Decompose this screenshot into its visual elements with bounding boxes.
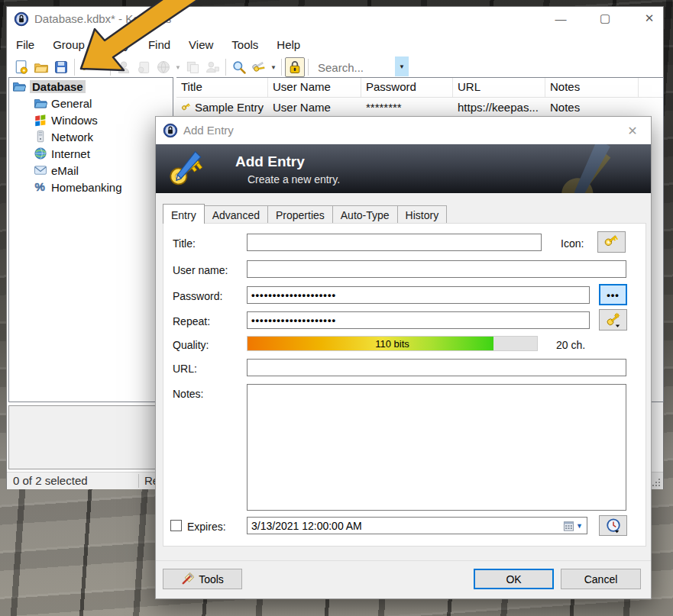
- toolbar-separator: [308, 59, 309, 76]
- group-tree-panel: Database General Windows Network Interne…: [8, 77, 173, 402]
- add-entry-dialog: Add Entry ✕ Add Entry Create a new entry…: [155, 116, 652, 599]
- open-url-button[interactable]: [154, 57, 173, 77]
- tree-item-label: Homebanking: [51, 181, 122, 194]
- open-url-dropdown[interactable]: ▼: [173, 64, 183, 71]
- cancel-button[interactable]: Cancel: [561, 569, 641, 589]
- url-input[interactable]: [247, 359, 626, 376]
- close-button[interactable]: ✕: [632, 7, 667, 30]
- maximize-button[interactable]: ▢: [587, 7, 623, 30]
- percent-icon: %: [34, 180, 47, 194]
- add-group-button[interactable]: [202, 57, 222, 77]
- tools-button[interactable]: Tools: [163, 569, 242, 589]
- column-header-title[interactable]: Title: [176, 78, 268, 97]
- expires-date-value: 3/13/2021 12:00:00 AM: [251, 520, 362, 532]
- menu-tools[interactable]: Tools: [222, 36, 267, 56]
- calendar-dropdown-icon: ▼: [576, 522, 583, 530]
- toolbar-separator: [110, 59, 111, 76]
- show-password-toggle[interactable]: •••: [599, 284, 627, 305]
- edit-entry-button[interactable]: [114, 57, 134, 77]
- tree-item-label: eMail: [51, 164, 79, 177]
- repeat-input[interactable]: [247, 311, 590, 329]
- tree-item-label: General: [51, 97, 92, 110]
- svg-text:%: %: [35, 180, 45, 193]
- menu-find[interactable]: Find: [139, 36, 180, 56]
- tree-item-internet[interactable]: Internet: [9, 145, 173, 162]
- tree-item-label: Network: [51, 131, 93, 144]
- email-envelope-icon: [34, 163, 47, 177]
- entry-preview-panel: [8, 405, 173, 469]
- menu-file[interactable]: File: [7, 36, 44, 56]
- expires-presets-button[interactable]: [599, 515, 627, 536]
- menu-help[interactable]: Help: [267, 36, 309, 56]
- menu-group[interactable]: Group: [44, 36, 94, 56]
- tree-item-general[interactable]: General: [9, 95, 173, 111]
- toolbar-separator: [74, 59, 75, 76]
- resize-grip[interactable]: [652, 478, 661, 487]
- maximize-icon: ▢: [600, 11, 610, 25]
- tree-item-homebanking[interactable]: % Homebanking: [9, 179, 173, 195]
- minimize-icon: —: [555, 12, 567, 25]
- footer-separator: [156, 560, 651, 561]
- notes-textarea[interactable]: [247, 384, 626, 511]
- find-button[interactable]: [229, 57, 249, 77]
- add-entry-button[interactable]: [78, 57, 98, 77]
- quality-chars-label: 20 ch.: [556, 339, 585, 351]
- tree-item-label: Windows: [51, 114, 98, 127]
- notes-label: Notes:: [173, 388, 203, 400]
- key-sources-button[interactable]: [249, 57, 269, 77]
- search-dropdown-button[interactable]: ▼: [395, 56, 409, 76]
- clock-icon: [605, 518, 622, 534]
- tree-item-email[interactable]: eMail: [9, 162, 173, 179]
- cell-url: https://keepas...: [453, 99, 545, 115]
- new-database-button[interactable]: [11, 57, 31, 77]
- column-header-password[interactable]: Password: [361, 78, 453, 97]
- search-magnifier-icon: [231, 60, 247, 75]
- windows-logo-icon: [34, 113, 47, 127]
- banner-title: Add Entry: [235, 153, 305, 170]
- generate-password-button[interactable]: [599, 309, 627, 331]
- save-icon: [53, 60, 69, 75]
- entry-row-sample[interactable]: Sample Entry User Name ******** https://…: [176, 98, 663, 117]
- keepass-app-icon: [14, 11, 29, 27]
- ok-button[interactable]: OK: [474, 569, 554, 589]
- menu-entry[interactable]: Entry: [94, 36, 139, 56]
- key-icon: [181, 102, 192, 114]
- expires-date-input[interactable]: 3/13/2021 12:00:00 AM ▼: [247, 517, 587, 534]
- lock-icon: [287, 60, 303, 75]
- minimize-button[interactable]: —: [543, 7, 578, 30]
- column-header-notes[interactable]: Notes: [545, 78, 639, 97]
- password-input[interactable]: [247, 286, 590, 304]
- tree-item-label: Database: [30, 80, 86, 93]
- open-folder-icon: [34, 60, 49, 75]
- icon-picker-button[interactable]: [597, 231, 626, 253]
- tree-item-windows[interactable]: Windows: [9, 111, 173, 128]
- lock-workspace-button[interactable]: [285, 57, 305, 77]
- copy-entry-button[interactable]: [183, 57, 202, 77]
- menu-view[interactable]: View: [180, 36, 222, 56]
- close-icon: ✕: [645, 11, 655, 25]
- column-header-url[interactable]: URL: [453, 78, 545, 97]
- add-user-icon: [205, 60, 220, 75]
- tab-entry[interactable]: Entry: [163, 204, 205, 224]
- entry-list-header: Title User Name Password URL Notes: [176, 78, 663, 98]
- menu-bar: File Group Entry Find View Tools Help: [7, 36, 663, 56]
- calendar-icon: [563, 521, 574, 531]
- username-input[interactable]: [247, 260, 626, 278]
- tools-button-label: Tools: [199, 573, 224, 585]
- key-icon: [603, 234, 620, 250]
- new-database-icon: [14, 60, 29, 75]
- dialog-close-button[interactable]: ✕: [622, 121, 643, 140]
- title-input[interactable]: [247, 234, 542, 251]
- expires-checkbox[interactable]: [170, 520, 182, 531]
- open-database-button[interactable]: [31, 57, 51, 77]
- save-button[interactable]: [51, 57, 71, 77]
- add-entry-dropdown[interactable]: ▼: [98, 64, 107, 71]
- icon-label: Icon:: [561, 237, 584, 250]
- duplicate-entry-button[interactable]: [134, 57, 154, 77]
- tree-item-network[interactable]: Network: [9, 128, 173, 145]
- ok-button-label: OK: [506, 573, 521, 585]
- banner-decoration-icon: [509, 144, 651, 193]
- keys-dropdown[interactable]: ▼: [269, 64, 278, 71]
- tree-item-database[interactable]: Database: [9, 78, 173, 95]
- column-header-username[interactable]: User Name: [268, 78, 361, 97]
